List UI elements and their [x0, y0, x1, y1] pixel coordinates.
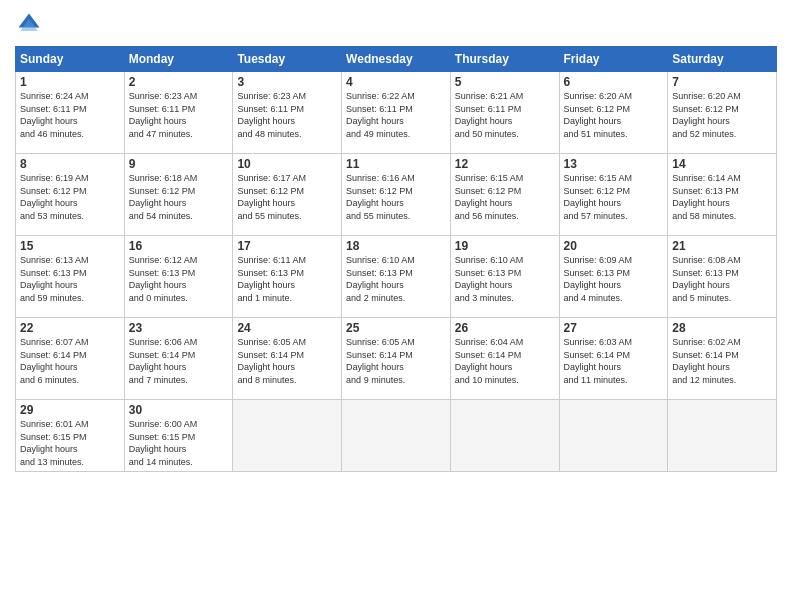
day-number: 17: [237, 239, 337, 253]
day-number: 9: [129, 157, 229, 171]
day-number: 23: [129, 321, 229, 335]
calendar-cell: 22Sunrise: 6:07 AMSunset: 6:14 PMDayligh…: [16, 318, 125, 400]
day-number: 14: [672, 157, 772, 171]
calendar-cell: 20Sunrise: 6:09 AMSunset: 6:13 PMDayligh…: [559, 236, 668, 318]
calendar-cell: [559, 400, 668, 472]
logo: [15, 10, 47, 38]
calendar-cell: [342, 400, 451, 472]
week-row-2: 8Sunrise: 6:19 AMSunset: 6:12 PMDaylight…: [16, 154, 777, 236]
calendar-cell: 27Sunrise: 6:03 AMSunset: 6:14 PMDayligh…: [559, 318, 668, 400]
day-info: Sunrise: 6:23 AMSunset: 6:11 PMDaylight …: [237, 90, 337, 140]
calendar-cell: 28Sunrise: 6:02 AMSunset: 6:14 PMDayligh…: [668, 318, 777, 400]
day-number: 22: [20, 321, 120, 335]
day-number: 5: [455, 75, 555, 89]
day-number: 25: [346, 321, 446, 335]
day-info: Sunrise: 6:19 AMSunset: 6:12 PMDaylight …: [20, 172, 120, 222]
week-row-5: 29Sunrise: 6:01 AMSunset: 6:15 PMDayligh…: [16, 400, 777, 472]
day-info: Sunrise: 6:08 AMSunset: 6:13 PMDaylight …: [672, 254, 772, 304]
calendar-cell: [450, 400, 559, 472]
day-info: Sunrise: 6:07 AMSunset: 6:14 PMDaylight …: [20, 336, 120, 386]
weekday-header-thursday: Thursday: [450, 47, 559, 72]
day-info: Sunrise: 6:06 AMSunset: 6:14 PMDaylight …: [129, 336, 229, 386]
weekday-header-saturday: Saturday: [668, 47, 777, 72]
day-info: Sunrise: 6:20 AMSunset: 6:12 PMDaylight …: [564, 90, 664, 140]
day-info: Sunrise: 6:04 AMSunset: 6:14 PMDaylight …: [455, 336, 555, 386]
day-info: Sunrise: 6:15 AMSunset: 6:12 PMDaylight …: [564, 172, 664, 222]
day-info: Sunrise: 6:03 AMSunset: 6:14 PMDaylight …: [564, 336, 664, 386]
day-info: Sunrise: 6:05 AMSunset: 6:14 PMDaylight …: [237, 336, 337, 386]
calendar-cell: 7Sunrise: 6:20 AMSunset: 6:12 PMDaylight…: [668, 72, 777, 154]
weekday-header-sunday: Sunday: [16, 47, 125, 72]
calendar-cell: 23Sunrise: 6:06 AMSunset: 6:14 PMDayligh…: [124, 318, 233, 400]
calendar-cell: 12Sunrise: 6:15 AMSunset: 6:12 PMDayligh…: [450, 154, 559, 236]
calendar-cell: 24Sunrise: 6:05 AMSunset: 6:14 PMDayligh…: [233, 318, 342, 400]
weekday-header-friday: Friday: [559, 47, 668, 72]
day-info: Sunrise: 6:16 AMSunset: 6:12 PMDaylight …: [346, 172, 446, 222]
day-number: 30: [129, 403, 229, 417]
day-info: Sunrise: 6:11 AMSunset: 6:13 PMDaylight …: [237, 254, 337, 304]
day-number: 20: [564, 239, 664, 253]
day-number: 11: [346, 157, 446, 171]
day-number: 15: [20, 239, 120, 253]
day-info: Sunrise: 6:23 AMSunset: 6:11 PMDaylight …: [129, 90, 229, 140]
day-number: 18: [346, 239, 446, 253]
day-number: 24: [237, 321, 337, 335]
calendar-cell: 10Sunrise: 6:17 AMSunset: 6:12 PMDayligh…: [233, 154, 342, 236]
calendar-cell: 5Sunrise: 6:21 AMSunset: 6:11 PMDaylight…: [450, 72, 559, 154]
day-info: Sunrise: 6:10 AMSunset: 6:13 PMDaylight …: [455, 254, 555, 304]
calendar-cell: [668, 400, 777, 472]
calendar-cell: 30Sunrise: 6:00 AMSunset: 6:15 PMDayligh…: [124, 400, 233, 472]
day-number: 21: [672, 239, 772, 253]
day-info: Sunrise: 6:22 AMSunset: 6:11 PMDaylight …: [346, 90, 446, 140]
calendar-cell: 9Sunrise: 6:18 AMSunset: 6:12 PMDaylight…: [124, 154, 233, 236]
calendar-table: SundayMondayTuesdayWednesdayThursdayFrid…: [15, 46, 777, 472]
calendar-cell: 21Sunrise: 6:08 AMSunset: 6:13 PMDayligh…: [668, 236, 777, 318]
calendar-cell: [233, 400, 342, 472]
day-info: Sunrise: 6:05 AMSunset: 6:14 PMDaylight …: [346, 336, 446, 386]
calendar-cell: 11Sunrise: 6:16 AMSunset: 6:12 PMDayligh…: [342, 154, 451, 236]
day-number: 27: [564, 321, 664, 335]
day-number: 6: [564, 75, 664, 89]
calendar-cell: 16Sunrise: 6:12 AMSunset: 6:13 PMDayligh…: [124, 236, 233, 318]
day-number: 8: [20, 157, 120, 171]
page: SundayMondayTuesdayWednesdayThursdayFrid…: [0, 0, 792, 612]
day-number: 29: [20, 403, 120, 417]
day-number: 7: [672, 75, 772, 89]
calendar-cell: 26Sunrise: 6:04 AMSunset: 6:14 PMDayligh…: [450, 318, 559, 400]
calendar-cell: 25Sunrise: 6:05 AMSunset: 6:14 PMDayligh…: [342, 318, 451, 400]
day-number: 12: [455, 157, 555, 171]
week-row-1: 1Sunrise: 6:24 AMSunset: 6:11 PMDaylight…: [16, 72, 777, 154]
day-info: Sunrise: 6:18 AMSunset: 6:12 PMDaylight …: [129, 172, 229, 222]
week-row-4: 22Sunrise: 6:07 AMSunset: 6:14 PMDayligh…: [16, 318, 777, 400]
day-info: Sunrise: 6:21 AMSunset: 6:11 PMDaylight …: [455, 90, 555, 140]
day-number: 3: [237, 75, 337, 89]
calendar-cell: 19Sunrise: 6:10 AMSunset: 6:13 PMDayligh…: [450, 236, 559, 318]
day-info: Sunrise: 6:17 AMSunset: 6:12 PMDaylight …: [237, 172, 337, 222]
week-row-3: 15Sunrise: 6:13 AMSunset: 6:13 PMDayligh…: [16, 236, 777, 318]
day-info: Sunrise: 6:09 AMSunset: 6:13 PMDaylight …: [564, 254, 664, 304]
calendar-cell: 17Sunrise: 6:11 AMSunset: 6:13 PMDayligh…: [233, 236, 342, 318]
day-info: Sunrise: 6:13 AMSunset: 6:13 PMDaylight …: [20, 254, 120, 304]
calendar-cell: 13Sunrise: 6:15 AMSunset: 6:12 PMDayligh…: [559, 154, 668, 236]
header: [15, 10, 777, 38]
calendar-cell: 2Sunrise: 6:23 AMSunset: 6:11 PMDaylight…: [124, 72, 233, 154]
calendar-cell: 3Sunrise: 6:23 AMSunset: 6:11 PMDaylight…: [233, 72, 342, 154]
weekday-header-row: SundayMondayTuesdayWednesdayThursdayFrid…: [16, 47, 777, 72]
logo-icon: [15, 10, 43, 38]
weekday-header-tuesday: Tuesday: [233, 47, 342, 72]
day-number: 16: [129, 239, 229, 253]
day-number: 4: [346, 75, 446, 89]
day-info: Sunrise: 6:02 AMSunset: 6:14 PMDaylight …: [672, 336, 772, 386]
calendar-cell: 15Sunrise: 6:13 AMSunset: 6:13 PMDayligh…: [16, 236, 125, 318]
day-info: Sunrise: 6:00 AMSunset: 6:15 PMDaylight …: [129, 418, 229, 468]
day-info: Sunrise: 6:14 AMSunset: 6:13 PMDaylight …: [672, 172, 772, 222]
calendar-cell: 29Sunrise: 6:01 AMSunset: 6:15 PMDayligh…: [16, 400, 125, 472]
day-number: 19: [455, 239, 555, 253]
calendar-cell: 1Sunrise: 6:24 AMSunset: 6:11 PMDaylight…: [16, 72, 125, 154]
calendar-cell: 14Sunrise: 6:14 AMSunset: 6:13 PMDayligh…: [668, 154, 777, 236]
day-number: 26: [455, 321, 555, 335]
day-number: 28: [672, 321, 772, 335]
day-number: 13: [564, 157, 664, 171]
weekday-header-wednesday: Wednesday: [342, 47, 451, 72]
calendar-cell: 6Sunrise: 6:20 AMSunset: 6:12 PMDaylight…: [559, 72, 668, 154]
